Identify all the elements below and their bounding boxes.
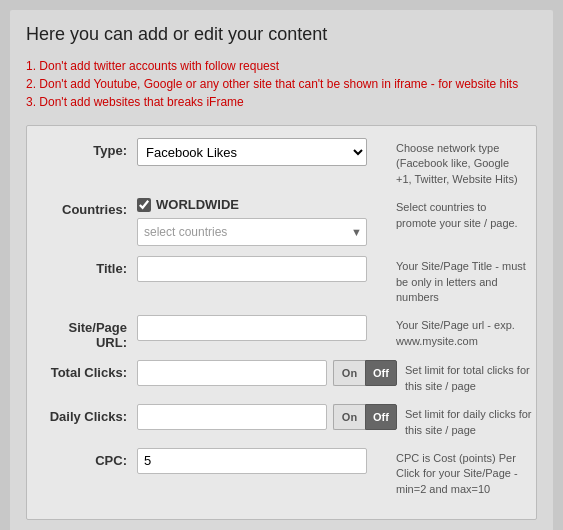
url-label: Site/Page URL:: [37, 315, 137, 350]
worldwide-label[interactable]: WORLDWIDE: [156, 197, 239, 212]
cpc-control: [137, 448, 388, 474]
countries-control: WORLDWIDE select countries ▼: [137, 197, 388, 246]
daily-clicks-toggle: On Off: [333, 404, 397, 430]
cpc-input[interactable]: [137, 448, 367, 474]
title-row: Title: Your Site/Page Title - must be on…: [37, 256, 526, 305]
country-placeholder: select countries: [144, 225, 227, 239]
title-input[interactable]: [137, 256, 367, 282]
title-inner: Your Site/Page Title - must be only in l…: [137, 256, 526, 305]
type-row: Type: Facebook Likes Google +1 Twitter W…: [37, 138, 526, 187]
total-clicks-toggle: On Off: [333, 360, 397, 386]
type-control: Facebook Likes Google +1 Twitter Website…: [137, 138, 388, 166]
total-clicks-on-button[interactable]: On: [333, 360, 365, 386]
country-select-wrapper[interactable]: select countries ▼: [137, 218, 367, 246]
countries-inner: WORLDWIDE select countries ▼ Select coun…: [137, 197, 526, 246]
total-clicks-hint: Set limit for total clicks for this site…: [405, 360, 535, 394]
form-area: Type: Facebook Likes Google +1 Twitter W…: [26, 125, 537, 520]
total-clicks-label: Total Clicks:: [37, 360, 137, 380]
url-inner: Your Site/Page url - exp. www.mysite.com: [137, 315, 526, 349]
url-row: Site/Page URL: Your Site/Page url - exp.…: [37, 315, 526, 350]
countries-label: Countries:: [37, 197, 137, 217]
page-title: Here you can add or edit your content: [26, 24, 537, 45]
daily-clicks-control: On Off: [137, 404, 397, 430]
type-label: Type:: [37, 138, 137, 158]
total-clicks-inputs: On Off: [137, 360, 397, 386]
url-hint: Your Site/Page url - exp. www.mysite.com: [396, 315, 526, 349]
daily-clicks-row: Daily Clicks: On Off Set limit for daily…: [37, 404, 526, 438]
cpc-hint: CPC is Cost (points) Per Click for your …: [396, 448, 526, 497]
type-inner: Facebook Likes Google +1 Twitter Website…: [137, 138, 526, 187]
warning-3: 3. Don't add websites that breaks iFrame: [26, 93, 537, 111]
worldwide-checkbox-row: WORLDWIDE: [137, 197, 388, 212]
warning-1: 1. Don't add twitter accounts with follo…: [26, 57, 537, 75]
daily-clicks-hint: Set limit for daily clicks for this site…: [405, 404, 535, 438]
cpc-label: CPC:: [37, 448, 137, 468]
cpc-inner: CPC is Cost (points) Per Click for your …: [137, 448, 526, 497]
total-clicks-input[interactable]: [137, 360, 327, 386]
worldwide-checkbox[interactable]: [137, 198, 151, 212]
main-container: Here you can add or edit your content 1.…: [10, 10, 553, 530]
type-select[interactable]: Facebook Likes Google +1 Twitter Website…: [137, 138, 367, 166]
daily-clicks-off-button[interactable]: Off: [365, 404, 397, 430]
daily-clicks-on-button[interactable]: On: [333, 404, 365, 430]
total-clicks-row: Total Clicks: On Off Set limit for total…: [37, 360, 526, 394]
cpc-row: CPC: CPC is Cost (points) Per Click for …: [37, 448, 526, 497]
countries-hint: Select countries to promote your site / …: [396, 197, 526, 231]
daily-clicks-label: Daily Clicks:: [37, 404, 137, 424]
total-clicks-inner: On Off Set limit for total clicks for th…: [137, 360, 535, 394]
country-select-input[interactable]: select countries: [137, 218, 367, 246]
daily-clicks-inner: On Off Set limit for daily clicks for th…: [137, 404, 535, 438]
title-hint: Your Site/Page Title - must be only in l…: [396, 256, 526, 305]
total-clicks-off-button[interactable]: Off: [365, 360, 397, 386]
total-clicks-control: On Off: [137, 360, 397, 386]
warning-2: 2. Don't add Youtube, Google or any othe…: [26, 75, 537, 93]
daily-clicks-input[interactable]: [137, 404, 327, 430]
countries-row: Countries: WORLDWIDE select countries ▼ …: [37, 197, 526, 246]
title-control: [137, 256, 388, 282]
daily-clicks-inputs: On Off: [137, 404, 397, 430]
url-control: [137, 315, 388, 341]
warnings-section: 1. Don't add twitter accounts with follo…: [26, 57, 537, 111]
title-label: Title:: [37, 256, 137, 276]
url-input[interactable]: [137, 315, 367, 341]
type-hint: Choose network type (Facebook like, Goog…: [396, 138, 526, 187]
